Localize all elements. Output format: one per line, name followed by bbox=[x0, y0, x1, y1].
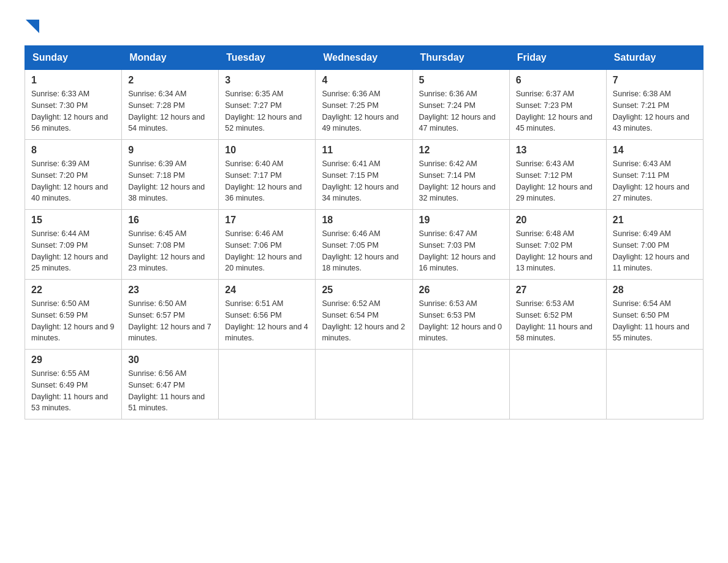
calendar-cell: 15Sunrise: 6:44 AMSunset: 7:09 PMDayligh… bbox=[25, 210, 122, 280]
day-number: 24 bbox=[225, 285, 309, 296]
calendar-cell: 7Sunrise: 6:38 AMSunset: 7:21 PMDaylight… bbox=[606, 70, 703, 140]
column-header-monday: Monday bbox=[122, 46, 219, 70]
column-header-sunday: Sunday bbox=[25, 46, 122, 70]
day-info: Sunrise: 6:35 AMSunset: 7:27 PMDaylight:… bbox=[225, 88, 309, 134]
calendar-week-row: 1Sunrise: 6:33 AMSunset: 7:30 PMDaylight… bbox=[25, 70, 703, 140]
calendar-cell bbox=[412, 350, 509, 419]
calendar-cell: 18Sunrise: 6:46 AMSunset: 7:05 PMDayligh… bbox=[316, 210, 412, 280]
day-number: 26 bbox=[419, 285, 503, 296]
day-number: 11 bbox=[322, 145, 406, 156]
page-header bbox=[25, 18, 703, 33]
calendar-cell: 20Sunrise: 6:48 AMSunset: 7:02 PMDayligh… bbox=[509, 210, 606, 280]
day-info: Sunrise: 6:49 AMSunset: 7:00 PMDaylight:… bbox=[613, 228, 697, 274]
calendar-table: SundayMondayTuesdayWednesdayThursdayFrid… bbox=[25, 45, 703, 419]
day-number: 10 bbox=[225, 145, 309, 156]
svg-marker-0 bbox=[26, 20, 39, 33]
day-info: Sunrise: 6:38 AMSunset: 7:21 PMDaylight:… bbox=[613, 88, 697, 134]
day-number: 2 bbox=[128, 75, 212, 86]
day-number: 20 bbox=[516, 215, 600, 226]
calendar-cell bbox=[219, 350, 316, 419]
day-number: 15 bbox=[31, 215, 115, 226]
day-info: Sunrise: 6:55 AMSunset: 6:49 PMDaylight:… bbox=[31, 368, 115, 414]
calendar-cell: 9Sunrise: 6:39 AMSunset: 7:18 PMDaylight… bbox=[122, 140, 219, 210]
calendar-cell: 5Sunrise: 6:36 AMSunset: 7:24 PMDaylight… bbox=[412, 70, 509, 140]
calendar-cell: 24Sunrise: 6:51 AMSunset: 6:56 PMDayligh… bbox=[219, 280, 316, 350]
day-info: Sunrise: 6:44 AMSunset: 7:09 PMDaylight:… bbox=[31, 228, 115, 274]
calendar-cell: 19Sunrise: 6:47 AMSunset: 7:03 PMDayligh… bbox=[412, 210, 509, 280]
calendar-cell: 3Sunrise: 6:35 AMSunset: 7:27 PMDaylight… bbox=[219, 70, 316, 140]
calendar-cell: 12Sunrise: 6:42 AMSunset: 7:14 PMDayligh… bbox=[412, 140, 509, 210]
column-header-saturday: Saturday bbox=[606, 46, 703, 70]
column-header-wednesday: Wednesday bbox=[316, 46, 412, 70]
day-info: Sunrise: 6:41 AMSunset: 7:15 PMDaylight:… bbox=[322, 158, 406, 204]
day-number: 16 bbox=[128, 215, 212, 226]
day-number: 22 bbox=[31, 285, 115, 296]
calendar-week-row: 29Sunrise: 6:55 AMSunset: 6:49 PMDayligh… bbox=[25, 350, 703, 419]
day-number: 12 bbox=[419, 145, 503, 156]
day-info: Sunrise: 6:47 AMSunset: 7:03 PMDaylight:… bbox=[419, 228, 503, 274]
day-info: Sunrise: 6:53 AMSunset: 6:52 PMDaylight:… bbox=[516, 298, 600, 344]
day-info: Sunrise: 6:50 AMSunset: 6:59 PMDaylight:… bbox=[31, 298, 115, 344]
day-number: 27 bbox=[516, 285, 600, 296]
calendar-cell bbox=[606, 350, 703, 419]
day-number: 25 bbox=[322, 285, 406, 296]
day-info: Sunrise: 6:36 AMSunset: 7:24 PMDaylight:… bbox=[419, 88, 503, 134]
calendar-cell: 4Sunrise: 6:36 AMSunset: 7:25 PMDaylight… bbox=[316, 70, 412, 140]
column-header-thursday: Thursday bbox=[412, 46, 509, 70]
calendar-cell bbox=[316, 350, 412, 419]
calendar-cell: 11Sunrise: 6:41 AMSunset: 7:15 PMDayligh… bbox=[316, 140, 412, 210]
day-number: 5 bbox=[419, 75, 503, 86]
day-info: Sunrise: 6:36 AMSunset: 7:25 PMDaylight:… bbox=[322, 88, 406, 134]
day-info: Sunrise: 6:34 AMSunset: 7:28 PMDaylight:… bbox=[128, 88, 212, 134]
column-header-friday: Friday bbox=[509, 46, 606, 70]
day-info: Sunrise: 6:33 AMSunset: 7:30 PMDaylight:… bbox=[31, 88, 115, 134]
day-number: 3 bbox=[225, 75, 309, 86]
calendar-cell: 25Sunrise: 6:52 AMSunset: 6:54 PMDayligh… bbox=[316, 280, 412, 350]
day-info: Sunrise: 6:42 AMSunset: 7:14 PMDaylight:… bbox=[419, 158, 503, 204]
calendar-cell: 21Sunrise: 6:49 AMSunset: 7:00 PMDayligh… bbox=[606, 210, 703, 280]
calendar-cell: 2Sunrise: 6:34 AMSunset: 7:28 PMDaylight… bbox=[122, 70, 219, 140]
calendar-cell: 29Sunrise: 6:55 AMSunset: 6:49 PMDayligh… bbox=[25, 350, 122, 419]
day-number: 14 bbox=[613, 145, 697, 156]
calendar-cell: 6Sunrise: 6:37 AMSunset: 7:23 PMDaylight… bbox=[509, 70, 606, 140]
calendar-cell: 30Sunrise: 6:56 AMSunset: 6:47 PMDayligh… bbox=[122, 350, 219, 419]
day-info: Sunrise: 6:45 AMSunset: 7:08 PMDaylight:… bbox=[128, 228, 212, 274]
logo bbox=[25, 18, 39, 33]
day-number: 18 bbox=[322, 215, 406, 226]
calendar-cell: 28Sunrise: 6:54 AMSunset: 6:50 PMDayligh… bbox=[606, 280, 703, 350]
day-info: Sunrise: 6:54 AMSunset: 6:50 PMDaylight:… bbox=[613, 298, 697, 344]
day-number: 21 bbox=[613, 215, 697, 226]
calendar-cell: 23Sunrise: 6:50 AMSunset: 6:57 PMDayligh… bbox=[122, 280, 219, 350]
day-number: 23 bbox=[128, 285, 212, 296]
calendar-cell: 16Sunrise: 6:45 AMSunset: 7:08 PMDayligh… bbox=[122, 210, 219, 280]
calendar-cell: 17Sunrise: 6:46 AMSunset: 7:06 PMDayligh… bbox=[219, 210, 316, 280]
day-info: Sunrise: 6:50 AMSunset: 6:57 PMDaylight:… bbox=[128, 298, 212, 344]
day-info: Sunrise: 6:40 AMSunset: 7:17 PMDaylight:… bbox=[225, 158, 309, 204]
day-info: Sunrise: 6:46 AMSunset: 7:06 PMDaylight:… bbox=[225, 228, 309, 274]
day-number: 30 bbox=[128, 354, 212, 366]
day-number: 9 bbox=[128, 145, 212, 156]
day-info: Sunrise: 6:51 AMSunset: 6:56 PMDaylight:… bbox=[225, 298, 309, 344]
day-number: 7 bbox=[613, 75, 697, 86]
calendar-cell bbox=[509, 350, 606, 419]
day-info: Sunrise: 6:48 AMSunset: 7:02 PMDaylight:… bbox=[516, 228, 600, 274]
day-number: 13 bbox=[516, 145, 600, 156]
day-info: Sunrise: 6:46 AMSunset: 7:05 PMDaylight:… bbox=[322, 228, 406, 274]
day-number: 17 bbox=[225, 215, 309, 226]
calendar-cell: 8Sunrise: 6:39 AMSunset: 7:20 PMDaylight… bbox=[25, 140, 122, 210]
calendar-cell: 26Sunrise: 6:53 AMSunset: 6:53 PMDayligh… bbox=[412, 280, 509, 350]
calendar-week-row: 15Sunrise: 6:44 AMSunset: 7:09 PMDayligh… bbox=[25, 210, 703, 280]
column-header-tuesday: Tuesday bbox=[219, 46, 316, 70]
calendar-week-row: 22Sunrise: 6:50 AMSunset: 6:59 PMDayligh… bbox=[25, 280, 703, 350]
day-number: 4 bbox=[322, 75, 406, 86]
day-number: 28 bbox=[613, 285, 697, 296]
logo-triangle-icon bbox=[26, 20, 39, 33]
day-info: Sunrise: 6:43 AMSunset: 7:11 PMDaylight:… bbox=[613, 158, 697, 204]
day-number: 6 bbox=[516, 75, 600, 86]
calendar-cell: 27Sunrise: 6:53 AMSunset: 6:52 PMDayligh… bbox=[509, 280, 606, 350]
calendar-cell: 22Sunrise: 6:50 AMSunset: 6:59 PMDayligh… bbox=[25, 280, 122, 350]
day-info: Sunrise: 6:43 AMSunset: 7:12 PMDaylight:… bbox=[516, 158, 600, 204]
day-number: 1 bbox=[31, 75, 115, 86]
day-number: 29 bbox=[31, 354, 115, 366]
day-info: Sunrise: 6:53 AMSunset: 6:53 PMDaylight:… bbox=[419, 298, 503, 344]
